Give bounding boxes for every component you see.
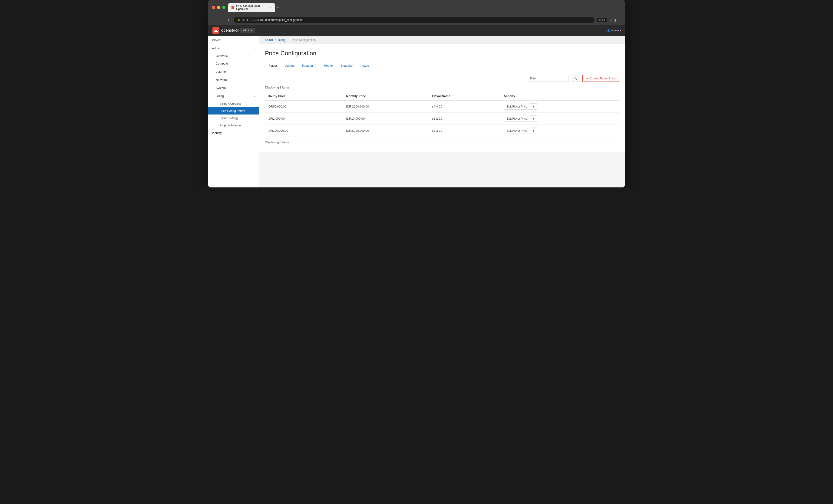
user-icon: 👤 xyxy=(607,29,610,32)
admin-menu-btn[interactable]: admin ▾ xyxy=(240,28,255,33)
openstack-logo: ☁ openstack. xyxy=(212,27,240,34)
sidebar-item-project[interactable]: Project › xyxy=(208,36,259,44)
menu-icon[interactable]: ☰ xyxy=(618,18,621,22)
address-text: 172.10.10.10:8080/admin/price_configurat… xyxy=(246,18,303,22)
address-bar[interactable]: 🔒 ⓘ 172.10.10.10:8080/admin/price_config… xyxy=(234,17,595,23)
sidebar-item-projects-invoice[interactable]: Projects Invoice xyxy=(208,122,259,129)
sidebar-item-admin[interactable]: Admin ⌄ xyxy=(208,44,259,52)
sidebar-item-billing[interactable]: Billing ⌄ xyxy=(208,92,259,100)
cell-monthly-price: IDR3,500,000.00 xyxy=(343,100,429,112)
tab-flavor[interactable]: Flavor xyxy=(265,61,281,70)
page-title: Price Configuration xyxy=(265,50,619,57)
main-content: Admin / Billing / Price Configuration Pr… xyxy=(259,36,625,187)
sidebar-item-compute[interactable]: Compute › xyxy=(208,59,259,68)
edit-flavor-price-button[interactable]: Edit Flavor Price xyxy=(504,128,530,134)
browser-tab-active[interactable]: Price Configuration - OpenStac × xyxy=(228,3,275,12)
filter-input[interactable] xyxy=(527,75,569,82)
close-button[interactable] xyxy=(212,6,215,9)
edit-flavor-price-button[interactable]: Edit Flavor Price xyxy=(504,116,530,122)
billing-chevron-icon: ⌄ xyxy=(253,95,256,98)
sidebar-item-system[interactable]: System › xyxy=(208,84,259,92)
sidebar-item-volume-label: Volume xyxy=(216,70,226,73)
breadcrumb-sep2: / xyxy=(287,38,288,42)
table-row: IDR100,000.00 IDR3,000,000.00 s2-2-20 Ed… xyxy=(265,125,619,137)
sidebar-item-overview[interactable]: Overview xyxy=(208,52,259,59)
tab-floating-ip[interactable]: Floating IP xyxy=(299,61,320,70)
new-tab-button[interactable]: + xyxy=(276,4,280,11)
nav-right-icons: ☆ ▮ ☰ xyxy=(610,18,621,22)
tab-favicon xyxy=(232,6,234,9)
admin-user-label: admin ▾ xyxy=(611,29,621,32)
edit-flavor-price-button[interactable]: Edit Flavor Price xyxy=(504,104,530,110)
table-header-row: Hourly Price Monthly Price Flavor Name A… xyxy=(265,92,619,100)
shield-icon[interactable]: ▮ xyxy=(614,18,616,22)
cell-hourly-price: IDR50,000.00 xyxy=(265,100,343,112)
browser-titlebar: Price Configuration - OpenStac × + xyxy=(208,0,625,15)
breadcrumb-billing[interactable]: Billing xyxy=(278,38,285,42)
action-group: Edit Flavor Price ▼ xyxy=(504,127,616,134)
sidebar-item-network[interactable]: Network › xyxy=(208,76,259,84)
forward-button[interactable]: → xyxy=(219,17,224,23)
cell-flavor-name: s2-2-20 xyxy=(429,125,501,137)
app-body: Project › Admin ⌄ Overview Compute › Vol… xyxy=(208,36,625,187)
action-group: Edit Flavor Price ▼ xyxy=(504,103,616,110)
breadcrumb-admin[interactable]: Admin xyxy=(265,38,273,42)
cell-flavor-name: s2-2-20 xyxy=(429,112,501,125)
display-count-top: Displaying 3 items xyxy=(265,86,619,89)
network-chevron-icon: › xyxy=(255,78,256,81)
minimize-button[interactable] xyxy=(217,6,220,9)
volume-chevron-icon: › xyxy=(255,70,256,73)
admin-user-btn[interactable]: 👤 admin ▾ xyxy=(607,29,621,32)
action-dropdown-button[interactable]: ▼ xyxy=(530,116,537,122)
cell-actions: Edit Flavor Price ▼ xyxy=(501,112,619,125)
tab-snapshot[interactable]: Snapshot xyxy=(337,61,357,70)
zoom-badge: 110% xyxy=(597,18,607,22)
logo-text: openstack. xyxy=(221,28,240,32)
tab-router[interactable]: Router xyxy=(320,61,337,70)
back-button[interactable]: ← xyxy=(212,17,217,23)
col-hourly-price: Hourly Price xyxy=(265,92,343,100)
maximize-button[interactable] xyxy=(222,6,225,9)
page-content: Price Configuration Flavor Volume Floati… xyxy=(259,44,625,152)
tab-title: Price Configuration - OpenStac xyxy=(236,4,268,11)
sidebar-item-identity[interactable]: Identity › xyxy=(208,129,259,137)
sidebar-item-volume[interactable]: Volume › xyxy=(208,68,259,76)
tab-volume[interactable]: Volume xyxy=(281,61,298,70)
traffic-lights xyxy=(212,6,225,9)
app-header: ☁ openstack. admin ▾ 👤 admin ▾ xyxy=(208,25,625,36)
cell-monthly-price: IDR10,000.00 xyxy=(343,112,429,125)
breadcrumb: Admin / Billing / Price Configuration xyxy=(259,36,625,44)
breadcrumb-current: Price Configuration xyxy=(292,38,316,42)
cell-actions: Edit Flavor Price ▼ xyxy=(501,100,619,112)
sidebar-item-billing-overview[interactable]: Billing Overview xyxy=(208,100,259,107)
identity-chevron-icon: › xyxy=(255,132,256,134)
display-count-bottom: Displaying 3 items xyxy=(265,141,619,144)
sidebar-item-project-label: Project xyxy=(212,38,221,42)
reload-button[interactable]: ↻ xyxy=(227,17,232,23)
table-row: IDR50,000.00 IDR3,500,000.00 s4-4-20 Edi… xyxy=(265,100,619,112)
app-container: ☁ openstack. admin ▾ 👤 admin ▾ Project ›… xyxy=(208,25,625,187)
sidebar-item-admin-label: Admin xyxy=(212,47,220,50)
col-flavor-name: Flavor Name xyxy=(429,92,501,100)
action-dropdown-button[interactable]: ▼ xyxy=(530,103,537,110)
sidebar-item-identity-label: Identity xyxy=(212,131,222,135)
browser-window: Price Configuration - OpenStac × + ← → ↻… xyxy=(208,0,625,187)
bookmark-icon[interactable]: ☆ xyxy=(610,18,613,22)
sidebar-subitems: Overview Compute › Volume › Network › S xyxy=(208,52,259,129)
table-row: IDR1,000.00 IDR10,000.00 s2-2-20 Edit Fl… xyxy=(265,112,619,125)
sidebar-item-billing-setting[interactable]: Billing Setting xyxy=(208,115,259,122)
admin-chevron-icon: ⌄ xyxy=(253,47,256,50)
browser-nav: ← → ↻ 🔒 ⓘ 172.10.10.10:8080/admin/price_… xyxy=(208,15,625,25)
col-monthly-price: Monthly Price xyxy=(343,92,429,100)
create-flavor-price-button[interactable]: ✦ Create Flavor Price xyxy=(582,75,619,82)
tab-image[interactable]: Image xyxy=(357,61,373,70)
sidebar-item-price-configuration[interactable]: Price Configuration xyxy=(208,107,259,115)
action-dropdown-button[interactable]: ▼ xyxy=(530,127,537,134)
toolbar: 🔍 ✦ Create Flavor Price xyxy=(265,75,619,82)
svg-text:☁: ☁ xyxy=(214,28,218,33)
cell-flavor-name: s4-4-20 xyxy=(429,100,501,112)
tab-close-btn[interactable]: × xyxy=(270,6,271,9)
compute-chevron-icon: › xyxy=(255,62,256,65)
filter-search-button[interactable]: 🔍 xyxy=(571,75,580,82)
system-chevron-icon: › xyxy=(255,86,256,90)
